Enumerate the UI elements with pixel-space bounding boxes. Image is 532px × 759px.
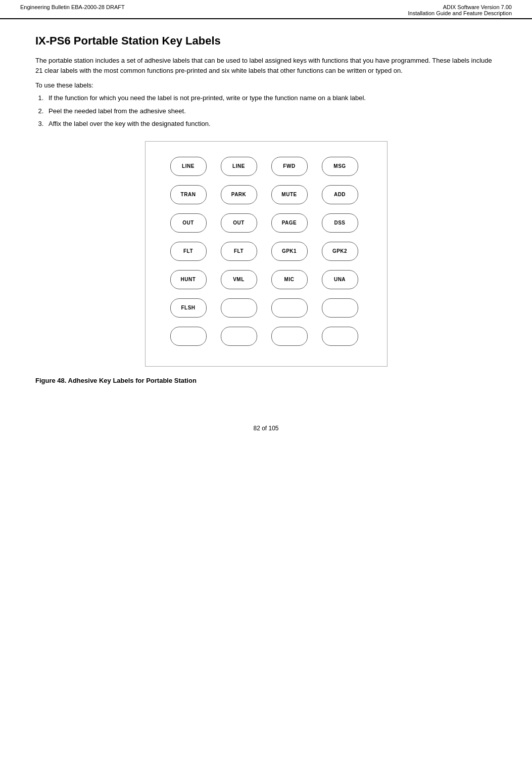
key-label: MUTE — [271, 185, 308, 204]
key-label: LINE — [170, 157, 207, 176]
figure-caption: Figure 48. Adhesive Key Labels for Porta… — [35, 377, 497, 384]
page-footer: 82 of 105 — [0, 425, 532, 440]
key-label: DSS — [322, 213, 358, 233]
key-label: PARK — [221, 185, 257, 204]
key-label — [271, 327, 308, 346]
instructions-list: If the function for which you need the l… — [45, 93, 497, 129]
list-item-3: Affix the label over the key with the de… — [45, 119, 497, 129]
key-label: MIC — [271, 270, 308, 289]
header-right: ADIX Software Version 7.00 Installation … — [408, 4, 512, 16]
list-intro: To use these labels: — [35, 81, 497, 89]
key-label — [221, 298, 257, 318]
key-label — [322, 298, 358, 318]
key-label — [322, 327, 358, 346]
key-label: OUT — [221, 213, 257, 233]
key-label — [271, 298, 308, 318]
key-label: FLT — [170, 242, 207, 261]
key-label: FLT — [221, 242, 257, 261]
key-label: UNA — [322, 270, 358, 289]
header-right-line1: ADIX Software Version 7.00 — [408, 4, 512, 10]
list-item-1: If the function for which you need the l… — [45, 93, 497, 103]
key-label: PAGE — [271, 213, 308, 233]
key-label: VML — [221, 270, 257, 289]
body-paragraph: The portable station includes a set of a… — [35, 56, 497, 75]
key-label: GPK1 — [271, 242, 308, 261]
key-label: FLSH — [170, 298, 207, 318]
header-left: Engineering Bulletin EBA-2000-28 DRAFT — [20, 4, 125, 10]
page-number: 82 of 105 — [253, 425, 278, 432]
key-label: MSG — [322, 157, 358, 176]
key-label: GPK2 — [322, 242, 358, 261]
key-label: TRAN — [170, 185, 207, 204]
header-right-line2: Installation Guide and Feature Descripti… — [408, 10, 512, 16]
key-label: OUT — [170, 213, 207, 233]
page-header: Engineering Bulletin EBA-2000-28 DRAFT A… — [0, 0, 532, 19]
page-content: IX-PS6 Portable Station Key Labels The p… — [0, 19, 532, 405]
label-grid: LINELINEFWDMSGTRANPARKMUTEADDOUTOUTPAGED… — [170, 157, 362, 346]
list-item-2: Peel the needed label from the adhesive … — [45, 106, 497, 116]
key-label — [170, 327, 207, 346]
key-label: FWD — [271, 157, 308, 176]
key-label: HUNT — [170, 270, 207, 289]
key-label: LINE — [221, 157, 257, 176]
key-label: ADD — [322, 185, 358, 204]
key-label — [221, 327, 257, 346]
page-title: IX-PS6 Portable Station Key Labels — [35, 34, 497, 48]
figure-container: LINELINEFWDMSGTRANPARKMUTEADDOUTOUTPAGED… — [145, 141, 388, 367]
